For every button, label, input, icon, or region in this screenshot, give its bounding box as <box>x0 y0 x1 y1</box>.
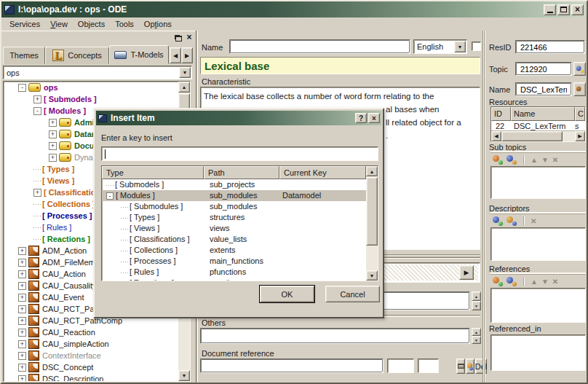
dialog-row-reactions[interactable]: [ Reactions ]reactions <box>102 278 366 281</box>
descriptors-listbox[interactable] <box>490 227 586 261</box>
cancel-button[interactable]: Cancel <box>325 286 380 302</box>
open-list-icon[interactable]: ▶ <box>459 265 474 280</box>
dialog-row-modules[interactable]: -[ Modules ]sub_modulesDatamodel <box>102 190 366 201</box>
resources-header-id[interactable]: ID <box>491 107 511 121</box>
print-button[interactable] <box>456 358 465 374</box>
expand-icon[interactable]: + <box>18 340 26 348</box>
expand-icon[interactable]: + <box>18 294 26 302</box>
scroll-down-icon[interactable]: ▼ <box>178 370 190 381</box>
rname-field[interactable] <box>516 83 571 95</box>
tree-item-contextinterface[interactable]: +ContextInterface <box>4 350 190 361</box>
topic-input[interactable] <box>515 62 572 76</box>
resources-table[interactable]: IDNameC 22DSC_LexTerms ◀ ▶ <box>490 106 586 142</box>
dialog-close-button[interactable]: × <box>368 113 380 123</box>
resources-header-name[interactable]: Name <box>511 107 575 121</box>
rname-input[interactable] <box>515 82 572 96</box>
dialog-row-types[interactable]: [ Types ]structures <box>102 212 366 223</box>
tree-item-cau-reaction[interactable]: +CAU_Reaction <box>4 326 190 338</box>
menu-services[interactable]: Services <box>4 18 45 30</box>
language-combobox[interactable]: English ▼ <box>413 39 467 54</box>
chevron-down-icon[interactable]: ▼ <box>454 41 466 52</box>
expand-icon[interactable]: + <box>18 375 26 383</box>
move-up-icon[interactable]: ▲ <box>531 156 538 164</box>
current-key-column-header[interactable]: Current Key <box>279 166 366 179</box>
document-index-input[interactable] <box>418 358 439 373</box>
dialog-row-submodules[interactable]: [ Submodules ]sub_modules <box>102 201 366 212</box>
remove-subtopic-icon[interactable]: ✕ <box>552 156 558 164</box>
scrollbar-thumb[interactable] <box>366 177 378 246</box>
add-reference-icon[interactable] <box>493 276 503 286</box>
minimize-button[interactable] <box>544 4 556 15</box>
dialog-row-classifications[interactable]: [ Classifications ]value_lists <box>102 234 366 245</box>
name-lookup-button[interactable] <box>573 82 586 96</box>
move-up-icon[interactable]: ▲ <box>531 278 538 286</box>
tab-themes[interactable]: Themes <box>3 47 45 64</box>
chevron-down-icon[interactable]: ▼ <box>179 67 191 78</box>
collapse-icon[interactable]: - <box>106 192 114 200</box>
spin-up-icon[interactable]: ▲ <box>472 328 481 336</box>
expand-icon[interactable]: + <box>49 119 57 127</box>
tree-item-dsc-description[interactable]: +DSC_Description <box>4 373 190 382</box>
expand-icon[interactable]: + <box>18 364 26 372</box>
referenced-in-listbox[interactable] <box>490 334 586 371</box>
dialog-row-views[interactable]: [ Views ]views <box>102 223 366 234</box>
expand-icon[interactable]: + <box>18 317 26 325</box>
resid-field[interactable] <box>516 41 584 53</box>
tab-scroll-right-button[interactable]: ▶ <box>181 47 193 63</box>
link-subtopic-icon[interactable] <box>506 154 517 165</box>
resources-row[interactable]: 22DSC_LexTerms <box>491 121 585 131</box>
add-descriptor-icon[interactable] <box>493 216 503 226</box>
name-input-field[interactable] <box>230 40 410 53</box>
link-descriptor-icon[interactable] <box>506 216 517 226</box>
close-button[interactable]: × <box>571 4 584 15</box>
name-input[interactable] <box>229 39 410 54</box>
document-page-input[interactable] <box>387 358 414 373</box>
remove-reference-icon[interactable]: ✕ <box>552 278 558 286</box>
expand-icon[interactable]: + <box>18 329 26 337</box>
tree-item-submodels[interactable]: +[ Submodels ] <box>4 93 190 105</box>
move-down-icon[interactable]: ▼ <box>541 156 549 164</box>
menu-view[interactable]: View <box>45 18 73 30</box>
others-input[interactable] <box>200 328 470 344</box>
expand-icon[interactable]: + <box>18 270 26 278</box>
expand-icon[interactable]: + <box>33 189 41 197</box>
menu-tools[interactable]: Tools <box>110 18 139 30</box>
key-input[interactable] <box>101 146 378 161</box>
tree-item-ops[interactable]: -ops <box>4 82 190 93</box>
maximize-button[interactable] <box>557 4 570 15</box>
scroll-right-icon[interactable]: ▶ <box>575 131 585 141</box>
title-bar[interactable]: I:\opa\opa.dev : ops - ODE × <box>1 1 587 17</box>
dialog-row-submodels[interactable]: [ Submodels ]sub_projects <box>102 179 366 190</box>
collapse-icon[interactable]: - <box>33 107 41 115</box>
expand-icon[interactable]: + <box>33 95 41 103</box>
right-splitter[interactable] <box>482 31 485 383</box>
dialog-table-scrollbar[interactable]: ▲ ▼ <box>366 166 378 281</box>
topic-lookup-button[interactable] <box>573 62 586 76</box>
document-reference-input[interactable] <box>200 358 384 373</box>
references-listbox[interactable] <box>490 288 586 323</box>
subtopics-listbox[interactable] <box>490 166 586 199</box>
help-button[interactable]: ? <box>355 113 367 123</box>
expand-icon[interactable]: + <box>18 305 26 313</box>
resources-hscrollbar[interactable]: ◀ ▶ <box>491 131 585 141</box>
scrollbar-thumb[interactable] <box>501 131 563 141</box>
dialog-row-collections[interactable]: [ Collections ]extents <box>102 245 366 256</box>
scroll-up-icon[interactable]: ▲ <box>366 166 378 176</box>
dialog-title-bar[interactable]: Insert Item ? × <box>96 111 381 125</box>
spin-down-icon[interactable]: ▼ <box>472 336 481 344</box>
spin-down-icon[interactable]: ▼ <box>472 301 481 310</box>
ok-button[interactable]: OK <box>260 286 314 302</box>
remove-descriptor-icon[interactable]: ✕ <box>531 217 536 225</box>
close-panel-button[interactable]: × <box>184 33 194 43</box>
scroll-down-icon[interactable]: ▼ <box>366 270 378 281</box>
topic-field[interactable] <box>516 63 571 75</box>
tree-item-dsc-concept[interactable]: +DSC_Concept <box>4 361 190 373</box>
others-spinner[interactable]: ▲ ▼ <box>472 328 481 344</box>
resid-input[interactable] <box>515 40 585 54</box>
link-reference-icon[interactable] <box>506 276 517 286</box>
others-input-field[interactable] <box>201 329 469 343</box>
expand-icon[interactable]: + <box>49 130 57 138</box>
expand-icon[interactable]: + <box>18 247 26 255</box>
tree-item-cau-simpleaction[interactable]: +CAU_simpleAction <box>4 338 190 350</box>
expand-icon[interactable]: + <box>18 259 26 267</box>
